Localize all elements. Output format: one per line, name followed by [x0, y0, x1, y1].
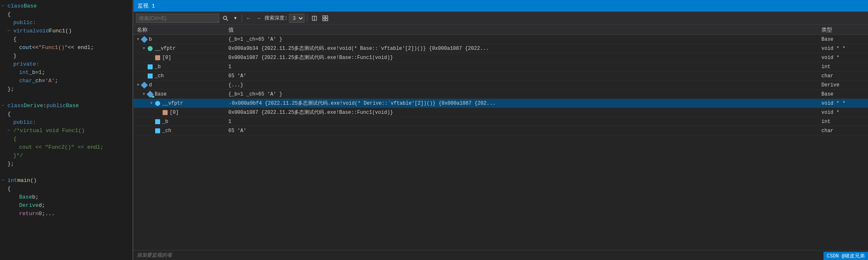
row-name: __vfptr [162, 101, 183, 106]
code-token: }*/ [13, 152, 23, 159]
code-token: cout [19, 44, 32, 51]
code-token: 0 [39, 211, 42, 217]
watch-row-d-base-ch[interactable]: _ch 65 'A' char [134, 126, 868, 135]
watch-row-b-ch[interactable]: _ch 65 'A' char [134, 71, 868, 81]
type-cell: char [818, 128, 868, 134]
code-token: public: [13, 20, 36, 26]
code-line: } [0, 52, 132, 60]
code-token: /*virtual void Func1() [13, 128, 85, 134]
watch-row-d-base-vfptr[interactable]: __vfptr → 0x000a9bf4 {2022.11.25多态测试代码.e… [134, 99, 868, 108]
type-cell: char [818, 73, 868, 79]
virtual-icon [147, 45, 153, 52]
row-name: d [149, 82, 152, 88]
watch-row-b-vfptr[interactable]: __vfptr 0x000a9b34 {2022.11.25多态测试代码.exe… [134, 44, 868, 53]
search-input[interactable] [136, 14, 219, 23]
forward-button[interactable]: → [255, 14, 263, 23]
expand-button[interactable] [321, 14, 330, 23]
svg-point-0 [223, 16, 227, 20]
code-line: ─ class Base [0, 2, 132, 10]
code-token: class [7, 3, 24, 9]
code-token: "Func1()" [39, 44, 68, 51]
row-value: {_b=1 _ch=65 'A' } [228, 37, 282, 42]
code-token: { [13, 36, 17, 42]
code-line: Base b; [0, 193, 132, 201]
code-token: public [47, 103, 66, 109]
code-token: Derive [19, 202, 39, 208]
field-icon [147, 73, 153, 79]
row-value: 1 [228, 64, 231, 70]
code-line: { [0, 35, 132, 43]
code-token: main [17, 177, 30, 184]
expand-tri[interactable] [141, 46, 147, 52]
expand-icon[interactable]: ─ [2, 178, 7, 183]
search-button[interactable] [221, 14, 230, 23]
toolbar-separator [242, 15, 242, 22]
expand-tri [148, 119, 154, 125]
code-token: void [36, 28, 49, 34]
watch-row-b[interactable]: b {_b=1 _ch=65 'A' } Base [134, 35, 868, 44]
name-cell: [0] [134, 54, 225, 61]
back-icon: ← [246, 15, 251, 21]
back-button[interactable]: ← [245, 14, 253, 23]
row-value: {_b=1 _ch=65 'A' } [228, 91, 282, 97]
value-cell: 0x000a1087 {2022.11.25多态测试代码.exe!Base::F… [225, 109, 818, 116]
code-token: public: [13, 119, 36, 125]
code-token: () [30, 177, 37, 184]
code-token: () [65, 28, 72, 34]
watch-row-d-base[interactable]: Base {_b=1 _ch=65 'A' } Base [134, 90, 868, 99]
watch-table-header: 名称 值 类型 [134, 25, 868, 35]
code-token: : [43, 103, 47, 109]
expand-tri[interactable] [135, 82, 141, 88]
row-value: 0x000a1087 {2022.11.25多态测试代码.exe!Base::F… [228, 109, 393, 116]
expand-tri[interactable] [135, 37, 141, 42]
watch-row-d[interactable]: d {...} Derive [134, 81, 868, 90]
code-line: { [0, 110, 132, 118]
code-token: d; [39, 202, 45, 208]
code-line: ─ virtual void Func1() [0, 27, 132, 35]
row-name: _ch [155, 73, 164, 79]
struct-icon [141, 36, 148, 43]
pin-button[interactable] [310, 14, 319, 23]
depth-label: 搜索深度: [265, 15, 287, 22]
code-token: }; [7, 86, 14, 92]
code-line: cout << "Func2()" << endl; [0, 143, 132, 151]
name-cell: [0] [134, 109, 225, 116]
code-token: = [42, 78, 45, 84]
row-name: [0] [162, 55, 171, 61]
code-line: }*/ [0, 151, 132, 159]
row-name: _b [155, 64, 161, 70]
expand-tri [148, 128, 154, 134]
expand-icon[interactable]: ─ [7, 128, 13, 133]
name-cell: __vfptr [134, 45, 225, 52]
code-token: cout << "Func2()" << endl; [19, 144, 104, 150]
add-watch-row[interactable]: 添加要监视的项 [134, 250, 868, 260]
code-token: { [7, 111, 11, 117]
svg-rect-4 [323, 16, 325, 18]
expand-tri[interactable] [141, 91, 147, 97]
code-token: Derive [24, 103, 43, 109]
expand-tri[interactable] [148, 101, 154, 106]
watch-row-b-vfptr-0[interactable]: [0] 0x000a1087 {2022.11.25多态测试代码.exe!Bas… [134, 53, 868, 62]
row-value: 0x000a9bf4 {2022.11.25多态测试代码.exe!void(* … [232, 100, 496, 107]
row-value: {...} [228, 82, 243, 88]
code-token: ; [55, 78, 58, 84]
depth-select[interactable]: 3 1 2 4 5 [289, 14, 304, 23]
type-cell: void * * [818, 101, 868, 106]
type-cell: void * [818, 110, 868, 115]
watch-row-d-base-vfptr-0[interactable]: [0] 0x000a1087 {2022.11.25多态测试代码.exe!Bas… [134, 108, 868, 117]
expand-icon[interactable]: ─ [2, 103, 7, 108]
code-token: Base [19, 194, 32, 200]
watch-row-b-b[interactable]: _b 1 int [134, 62, 868, 71]
array-icon [154, 54, 161, 61]
struct-icon [141, 82, 148, 88]
code-line [0, 168, 132, 176]
code-line: }; [0, 159, 132, 168]
name-cell: d [134, 82, 225, 88]
code-token: Func1 [49, 28, 65, 34]
code-token: }; [7, 161, 14, 167]
search-options-button[interactable]: ▼ [232, 14, 239, 23]
watch-row-d-base-b[interactable]: _b 1 int [134, 117, 868, 126]
expand-icon[interactable]: ─ [2, 4, 7, 8]
expand-icon[interactable]: ─ [7, 29, 13, 33]
code-token: Base [24, 3, 37, 9]
